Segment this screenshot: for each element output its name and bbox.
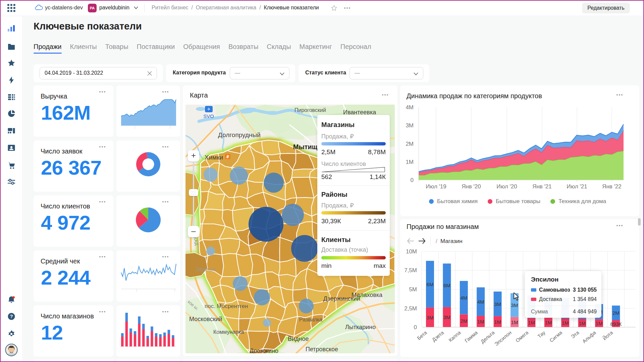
svg-text:4М: 4М [460, 295, 467, 301]
svg-text:3М: 3М [406, 122, 414, 129]
svg-text:Дельта: Дельта [479, 329, 496, 345]
svg-text:0: 0 [414, 324, 417, 330]
svg-text:Долгопрудный: Долгопрудный [218, 131, 261, 138]
svg-text:1М: 1М [562, 320, 569, 326]
svg-text:Июл '20: Июл '20 [496, 183, 517, 190]
svg-text:Гамма: Гамма [464, 329, 479, 344]
svg-text:2М: 2М [460, 318, 467, 324]
svg-text:6М: 6М [427, 282, 434, 287]
svg-text:Видное: Видное [288, 336, 309, 342]
svg-text:пос. Мосрентген: пос. Мосрентген [205, 303, 248, 309]
svg-text:Дзета: Дзета [431, 329, 445, 343]
svg-text:3М: 3М [494, 301, 501, 307]
svg-text:893К: 893К [610, 321, 622, 327]
svg-text:4М: 4М [477, 299, 484, 305]
svg-text:Московский: Московский [189, 316, 222, 322]
svg-text:Химки: Химки [205, 154, 223, 161]
svg-text:Эпсилон: Эпсилон [493, 329, 513, 347]
svg-text:3М: 3М [511, 302, 518, 308]
svg-text:1М: 1М [528, 320, 535, 325]
svg-text:Петровское: Петровское [306, 346, 338, 353]
svg-text:Лыткарино: Лыткарино [345, 324, 376, 330]
svg-text:0: 0 [411, 177, 414, 183]
svg-text:1М: 1М [511, 319, 518, 325]
svg-text:2,5М: 2,5М [404, 305, 417, 312]
svg-text:₽: ₽ [226, 155, 229, 159]
svg-text:Эта: Эта [570, 329, 580, 340]
svg-text:Дрожжино: Дрожжино [250, 348, 278, 353]
svg-text:6М: 6М [443, 283, 450, 288]
svg-text:1М: 1М [545, 320, 552, 325]
svg-text:?: ? [10, 313, 13, 319]
svg-text:1М: 1М [494, 319, 501, 325]
svg-text:1М: 1М [477, 319, 484, 324]
svg-text:Сигма: Сигма [548, 329, 564, 343]
svg-text:5М: 5М [409, 286, 417, 293]
svg-text:3М: 3М [427, 315, 434, 320]
svg-text:Ивантеевка: Ивантеевка [343, 109, 376, 116]
svg-text:Каппа: Каппа [447, 329, 462, 343]
svg-text:Малаховка: Малаховка [352, 292, 383, 298]
svg-text:1М: 1М [596, 320, 603, 326]
svg-text:Йота: Йота [601, 329, 614, 341]
svg-text:Бета: Бета [416, 329, 428, 341]
svg-text:Июл '19: Июл '19 [426, 183, 446, 190]
svg-text:10М: 10М [406, 248, 417, 255]
svg-text:Развилка: Развилка [299, 317, 322, 322]
svg-text:3М: 3М [443, 314, 450, 320]
svg-text:2М: 2М [612, 310, 620, 316]
svg-text:Янв '20: Янв '20 [462, 183, 481, 190]
svg-text:Тау: Тау [536, 329, 546, 339]
svg-text:Заречье: Заречье [195, 266, 216, 272]
svg-text:Альфа: Альфа [581, 329, 597, 344]
svg-text:Июл '21: Июл '21 [567, 183, 587, 190]
svg-text:Омега: Омега [515, 329, 530, 344]
svg-text:1М: 1М [579, 320, 586, 326]
svg-text:✈: ✈ [207, 107, 210, 112]
svg-text:Янв '22: Янв '22 [602, 183, 622, 190]
svg-text:4М: 4М [406, 104, 414, 111]
svg-text:7,5М: 7,5М [404, 267, 417, 274]
svg-text:1М: 1М [406, 159, 414, 165]
svg-text:2М: 2М [406, 141, 414, 147]
svg-text:SVO: SVO [203, 113, 214, 119]
svg-text:Пироговский: Пироговский [294, 107, 326, 113]
svg-text:Янв '21: Янв '21 [532, 183, 552, 190]
svg-text:Коммунарка: Коммунарка [213, 329, 244, 335]
